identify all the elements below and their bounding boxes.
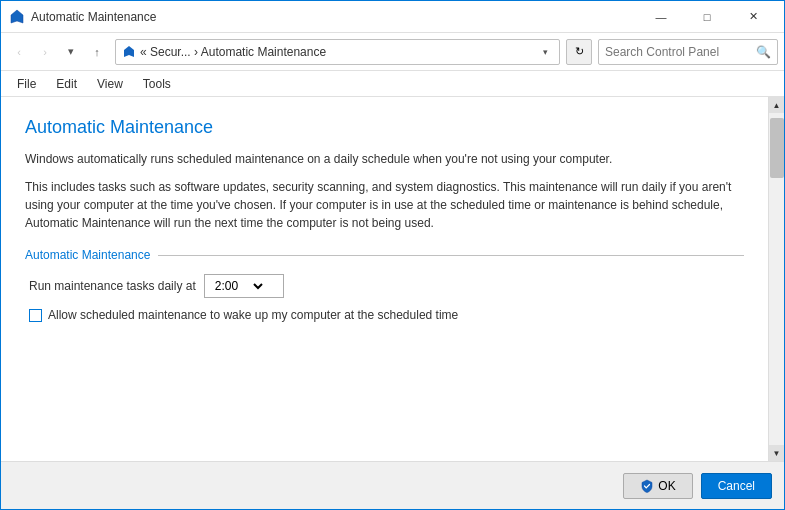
search-icon-button[interactable]: 🔍: [755, 40, 771, 64]
back-button[interactable]: ‹: [7, 39, 31, 65]
description1: Windows automatically runs scheduled mai…: [25, 150, 744, 168]
wake-checkbox-label: Allow scheduled maintenance to wake up m…: [48, 308, 458, 322]
window-title: Automatic Maintenance: [31, 10, 638, 24]
path-prefix: «: [140, 45, 150, 59]
menu-edit[interactable]: Edit: [46, 75, 87, 93]
main-area: Automatic Maintenance Windows automatica…: [1, 97, 784, 461]
path-segment1: Secur...: [150, 45, 191, 59]
menu-file[interactable]: File: [7, 75, 46, 93]
content-area: Automatic Maintenance Windows automatica…: [1, 97, 768, 461]
wake-checkbox[interactable]: [29, 309, 42, 322]
ok-button[interactable]: OK: [623, 473, 692, 499]
path-segment2: Automatic Maintenance: [201, 45, 326, 59]
dropdown-button[interactable]: ▾: [59, 39, 83, 65]
shield-icon: [640, 479, 654, 493]
search-input[interactable]: [605, 45, 755, 59]
up-button[interactable]: ↑: [85, 39, 109, 65]
scrollbar: ▲ ▼: [768, 97, 784, 461]
svg-marker-1: [124, 46, 134, 57]
time-select[interactable]: 1:00 2:00 3:00 4:00 6:00 12:00: [211, 278, 266, 294]
scroll-up-button[interactable]: ▲: [769, 97, 785, 113]
path-arrow: ›: [194, 45, 201, 59]
address-bar: ‹ › ▾ ↑ « Secur... › Automatic Maintenan…: [1, 33, 784, 71]
refresh-button[interactable]: ↻: [566, 39, 592, 65]
address-box: « Secur... › Automatic Maintenance ▾: [115, 39, 560, 65]
form-label: Run maintenance tasks daily at: [29, 279, 196, 293]
ok-label: OK: [658, 479, 675, 493]
window-icon: [9, 9, 25, 25]
bottom-bar: OK Cancel: [1, 461, 784, 509]
address-dropdown-button[interactable]: ▾: [537, 40, 553, 64]
description2: This includes tasks such as software upd…: [25, 178, 744, 232]
scroll-down-button[interactable]: ▼: [769, 445, 785, 461]
minimize-button[interactable]: —: [638, 1, 684, 33]
menu-view[interactable]: View: [87, 75, 133, 93]
cancel-button[interactable]: Cancel: [701, 473, 772, 499]
forward-button[interactable]: ›: [33, 39, 57, 65]
maximize-button[interactable]: □: [684, 1, 730, 33]
wake-checkbox-row: Allow scheduled maintenance to wake up m…: [25, 308, 744, 322]
title-bar: Automatic Maintenance — □ ✕: [1, 1, 784, 33]
main-window: Automatic Maintenance — □ ✕ ‹ › ▾ ↑ « Se…: [0, 0, 785, 510]
section-title: Automatic Maintenance: [25, 248, 150, 262]
address-path: « Secur... › Automatic Maintenance: [140, 45, 537, 59]
search-box: 🔍: [598, 39, 778, 65]
scroll-track[interactable]: [769, 113, 785, 445]
divider-line: [158, 255, 744, 256]
svg-marker-0: [11, 10, 23, 23]
path-flag-icon: [122, 45, 136, 59]
close-button[interactable]: ✕: [730, 1, 776, 33]
menu-tools[interactable]: Tools: [133, 75, 181, 93]
window-controls: — □ ✕: [638, 1, 776, 33]
maintenance-time-row: Run maintenance tasks daily at 1:00 2:00…: [25, 274, 744, 298]
section-divider: Automatic Maintenance: [25, 248, 744, 262]
page-title: Automatic Maintenance: [25, 117, 744, 138]
time-select-container[interactable]: 1:00 2:00 3:00 4:00 6:00 12:00: [204, 274, 284, 298]
scroll-thumb[interactable]: [770, 118, 784, 178]
menu-bar: File Edit View Tools: [1, 71, 784, 97]
